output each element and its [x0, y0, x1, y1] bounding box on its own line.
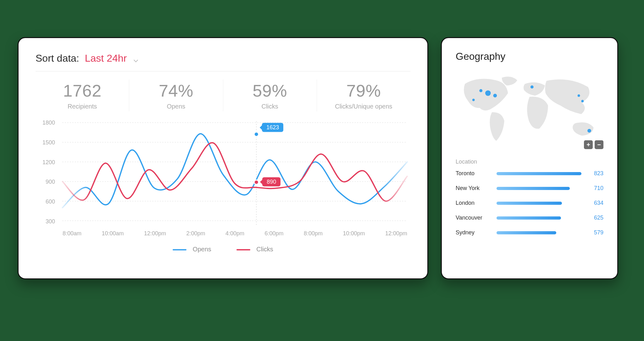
- tooltip-opens: 1623: [262, 123, 283, 132]
- location-row[interactable]: Vancouver625: [456, 215, 603, 221]
- location-row[interactable]: New York710: [456, 185, 603, 192]
- geography-card: Geography: [441, 37, 618, 279]
- svg-point-8: [254, 180, 258, 184]
- line-chart[interactable]: 300600900120015001800 1623 890: [36, 117, 410, 227]
- zoom-in-button[interactable]: +: [584, 140, 593, 149]
- svg-point-9: [485, 90, 491, 96]
- location-bar: [497, 187, 581, 190]
- x-tick: 10:00am: [102, 230, 124, 237]
- metric-opens: 74% Opens: [129, 80, 223, 111]
- location-value: 710: [587, 185, 603, 192]
- tooltip-clicks: 890: [262, 177, 280, 187]
- svg-point-7: [254, 132, 258, 137]
- svg-point-16: [587, 129, 591, 133]
- x-tick: 12:00pm: [385, 230, 407, 237]
- x-tick: 8:00pm: [304, 230, 323, 237]
- x-tick: 2:00pm: [186, 230, 205, 237]
- location-name: London: [456, 200, 491, 206]
- geography-title: Geography: [456, 51, 603, 62]
- svg-point-10: [493, 94, 497, 98]
- location-header: Location: [456, 159, 603, 165]
- location-value: 823: [587, 170, 603, 177]
- location-bar: [497, 216, 581, 220]
- legend-swatch-red: [236, 249, 250, 250]
- x-tick: 8:00am: [63, 230, 81, 237]
- metric-label: Recipients: [39, 103, 126, 110]
- location-value: 579: [587, 229, 603, 236]
- metric-recipients: 1762 Recipients: [36, 80, 129, 111]
- location-bar: [497, 231, 581, 234]
- x-tick: 4:00pm: [225, 230, 244, 237]
- location-value: 634: [587, 200, 603, 206]
- x-tick: 12:00pm: [144, 230, 166, 237]
- location-value: 625: [587, 215, 603, 221]
- legend-swatch-blue: [173, 249, 186, 250]
- sort-dropdown[interactable]: Sort data: Last 24hr: [36, 53, 410, 71]
- metric-value: 59%: [226, 81, 314, 100]
- svg-point-14: [578, 94, 580, 97]
- analytics-card: Sort data: Last 24hr 1762 Recipients 74%…: [18, 37, 428, 279]
- metric-clicks: 59% Clicks: [223, 80, 317, 111]
- location-name: Vancouver: [456, 215, 491, 221]
- svg-point-15: [581, 100, 584, 103]
- legend-label: Clicks: [256, 246, 273, 253]
- legend-clicks: Clicks: [236, 246, 273, 253]
- location-row[interactable]: Toronto823: [456, 170, 603, 177]
- svg-point-12: [472, 99, 475, 101]
- metric-value: 74%: [132, 81, 219, 100]
- metric-ctr: 79% Clicks/Unique opens: [317, 80, 410, 111]
- map-zoom-controls: + −: [584, 140, 603, 149]
- location-bar: [497, 172, 581, 175]
- svg-point-11: [479, 89, 482, 92]
- location-name: New York: [456, 185, 491, 192]
- metric-label: Clicks: [226, 103, 314, 110]
- metric-label: Clicks/Unique opens: [320, 103, 407, 110]
- location-name: Toronto: [456, 170, 491, 177]
- sort-label: Sort data:: [36, 53, 79, 64]
- chart-legend: Opens Clicks: [36, 246, 410, 253]
- svg-point-13: [530, 86, 534, 89]
- legend-label: Opens: [193, 246, 211, 253]
- location-list: Toronto823New York710London634Vancouver6…: [456, 170, 603, 236]
- metric-value: 79%: [320, 81, 407, 100]
- world-map[interactable]: + −: [456, 69, 603, 148]
- sort-value: Last 24hr: [85, 53, 127, 64]
- x-tick: 6:00pm: [264, 230, 283, 237]
- metric-label: Opens: [132, 103, 219, 110]
- x-axis: 8:00am10:00am12:00pm2:00pm4:00pm6:00pm8:…: [36, 230, 410, 237]
- metrics-row: 1762 Recipients 74% Opens 59% Clicks 79%…: [36, 80, 410, 111]
- location-bar: [497, 202, 581, 205]
- location-name: Sydney: [456, 229, 491, 236]
- location-row[interactable]: London634: [456, 200, 603, 206]
- legend-opens: Opens: [173, 246, 211, 253]
- metric-value: 1762: [39, 81, 126, 100]
- location-row[interactable]: Sydney579: [456, 229, 603, 236]
- x-tick: 10:00pm: [343, 230, 365, 237]
- zoom-out-button[interactable]: −: [595, 140, 603, 149]
- chevron-down-icon: [132, 55, 139, 62]
